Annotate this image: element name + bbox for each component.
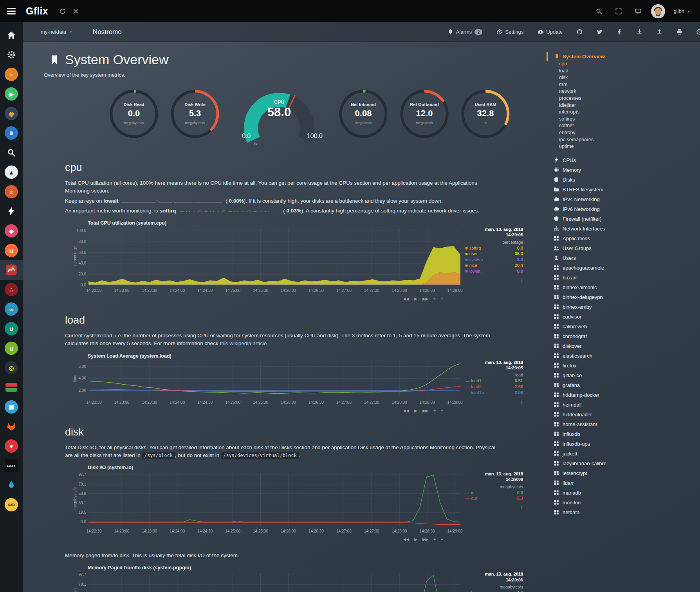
zoom-in-icon[interactable]: + (433, 408, 436, 413)
pan-left-icon[interactable]: ◀◀ (403, 297, 409, 301)
menu-app-hddtemp-docker[interactable]: hddtemp-docker (547, 390, 700, 400)
menu-app-binhex-delugevpn[interactable]: binhex-delugevpn (547, 292, 700, 302)
menu-app-mariadb[interactable]: mariadb (547, 488, 700, 498)
fullscreen-icon[interactable] (612, 5, 625, 18)
app-gitlab-icon[interactable] (0, 417, 23, 436)
app-search-icon[interactable] (0, 143, 23, 162)
app-infinity-icon[interactable]: ∞ (0, 299, 23, 319)
pan-right-icon[interactable]: ▶▶ (422, 408, 428, 413)
zoom-in-icon[interactable]: + (433, 537, 436, 542)
close-tab-icon[interactable] (69, 5, 83, 18)
zoom-out-icon[interactable]: − (441, 297, 443, 301)
hamburger-menu-icon[interactable] (0, 0, 23, 22)
menu-app-binhex-airsonic[interactable]: binhex-airsonic (547, 283, 700, 292)
menu-item-disk[interactable]: disk (547, 74, 700, 81)
gauge-used-ram[interactable]: Used RAM32.8% (460, 88, 511, 145)
gauge-net-outbound[interactable]: Net Outbound12.0megabits/s (399, 88, 450, 145)
menu-item-ram[interactable]: ram (547, 81, 700, 88)
chart-resize-handle-load[interactable]: ↕ (465, 399, 523, 405)
play-icon[interactable]: ▶ (414, 297, 417, 301)
menu-item-processes[interactable]: processes (547, 95, 700, 102)
host-dropdown[interactable]: my-netdata (38, 29, 75, 35)
pan-right-icon[interactable]: ▶▶ (422, 537, 428, 542)
chart-load[interactable]: System Load Average (system.load)14:22:3… (72, 353, 547, 413)
app-ubiquiti-icon[interactable]: U (0, 241, 23, 260)
app-heimdall-icon[interactable]: ▣ (0, 397, 23, 417)
menu-app-lidarr[interactable]: lidarr (547, 478, 700, 488)
menu-section-users[interactable]: Users (547, 253, 700, 263)
menu-app-hiddenloader[interactable]: hiddenloader (547, 410, 700, 419)
menu-item-softnet[interactable]: softnet (547, 122, 700, 130)
app-ring-icon[interactable]: ◎ (0, 358, 23, 378)
play-icon[interactable]: ▶ (414, 408, 417, 413)
menu-app-gitlab-ce[interactable]: gitlab-ce (547, 371, 700, 380)
menu-section-disks[interactable]: Disks (547, 175, 700, 185)
menu-item-idlejitter[interactable]: idlejitter (547, 102, 700, 109)
menu-item-interrupts[interactable]: interrupts (547, 109, 700, 116)
menu-item-cpu[interactable]: cpu (547, 61, 700, 68)
search-icon[interactable] (592, 5, 606, 18)
print-button[interactable] (674, 29, 685, 35)
menu-section-memory[interactable]: Memory (547, 165, 700, 175)
menu-app-monitorr[interactable]: monitorr (547, 498, 700, 507)
menu-app-lazylibrarian-calibre[interactable]: lazylibrarian-calibre (547, 459, 700, 468)
chart-resize-handle-cpu[interactable]: ↕ (465, 277, 523, 283)
app-duplicati-icon[interactable]: ◉ (0, 104, 23, 123)
zoom-out-icon[interactable]: − (441, 537, 443, 542)
menu-item-entropy[interactable]: entropy (547, 130, 700, 137)
menu-section-user-groups[interactable]: User Groups (547, 243, 700, 253)
wikipedia-link[interactable]: this wikipedia article (220, 340, 267, 346)
menu-app-calibreweb[interactable]: calibreweb (547, 322, 700, 331)
import-button[interactable] (654, 29, 665, 35)
app-horseshoe-icon[interactable]: ∪ (0, 319, 23, 338)
menu-app-influxdb[interactable]: influxdb (547, 429, 700, 439)
menu-app-heimdall[interactable]: heimdall (547, 400, 700, 410)
menu-app-netdata[interactable]: netdata (547, 507, 700, 517)
menu-section-firewall-netfilter-[interactable]: Firewall (netfilter) (547, 214, 700, 224)
menu-item-softirqs[interactable]: softirqs (547, 116, 700, 123)
menu-section-applications[interactable]: Applications (547, 234, 700, 243)
menu-app-letsencrypt[interactable]: letsencrypt (547, 468, 700, 478)
app-stripes-icon[interactable] (0, 378, 23, 397)
app-diamond-icon[interactable]: ◆ (0, 221, 23, 241)
menu-app-firefox[interactable]: firefox (547, 361, 700, 371)
menu-app-diskover[interactable]: diskover (547, 341, 700, 351)
menu-section-btrfs-filesystem[interactable]: BTRFS filesystem (547, 185, 700, 194)
menu-app-apacheguacamole[interactable]: apacheguacamole (547, 263, 700, 273)
twitter-button[interactable] (594, 29, 605, 35)
chart-cpu[interactable]: Total CPU utilization (system.cpu)14:22:… (72, 220, 547, 301)
menu-app-binhex-emby[interactable]: binhex-emby (547, 302, 700, 312)
menu-item-network[interactable]: network (547, 88, 700, 95)
menu-system-overview[interactable]: System Overview (547, 52, 700, 61)
settings-gear-icon[interactable] (0, 45, 23, 65)
menu-section-ipv4-networking[interactable]: IPv4 Networking (547, 194, 700, 204)
menu-app-bazarr[interactable]: bazarr (547, 273, 700, 283)
app-cluster-icon[interactable]: ∴ (0, 280, 23, 299)
browser-icon[interactable] (631, 5, 645, 18)
github-button[interactable] (574, 29, 585, 35)
gauge-disk-read[interactable]: Disk Read0.0megabytes/s (108, 88, 160, 145)
app-lazylibrarian-icon[interactable]: LAZY (0, 456, 23, 475)
update-button[interactable]: Update (535, 29, 565, 35)
menu-section-network-interfaces[interactable]: Network Interfaces (547, 224, 700, 234)
menu-app-grafana[interactable]: grafana (547, 380, 700, 390)
pan-right-icon[interactable]: ▶▶ (422, 297, 428, 301)
menu-section-cpus[interactable]: CPUs (547, 155, 700, 165)
app-bolt-icon[interactable] (0, 202, 23, 221)
app-airsonic-icon[interactable]: ||| (0, 123, 23, 143)
zoom-out-icon[interactable]: − (441, 408, 443, 413)
alarms-button[interactable]: Alarms 2 (445, 29, 485, 35)
app-netdata-icon[interactable] (0, 260, 23, 280)
play-icon[interactable]: ▶ (414, 537, 417, 542)
gauge-disk-write[interactable]: Disk Write5.3megabytes/s (169, 88, 221, 145)
pan-left-icon[interactable]: ◀◀ (403, 537, 409, 542)
app-sabnzbd-icon[interactable]: sab (0, 495, 23, 515)
menu-app-chronograf[interactable]: chronograf (547, 331, 700, 341)
help-button[interactable]: Help (694, 29, 700, 35)
menu-app-cadvisor[interactable]: cadvisor (547, 312, 700, 322)
user-menu[interactable]: gilbn (671, 8, 693, 14)
gauge-cpu[interactable]: CPU58.00.0100.0% (230, 84, 328, 148)
export-button[interactable] (634, 29, 645, 35)
menu-item-uptime[interactable]: uptime (547, 143, 700, 150)
app-droplet-icon[interactable] (0, 475, 23, 495)
